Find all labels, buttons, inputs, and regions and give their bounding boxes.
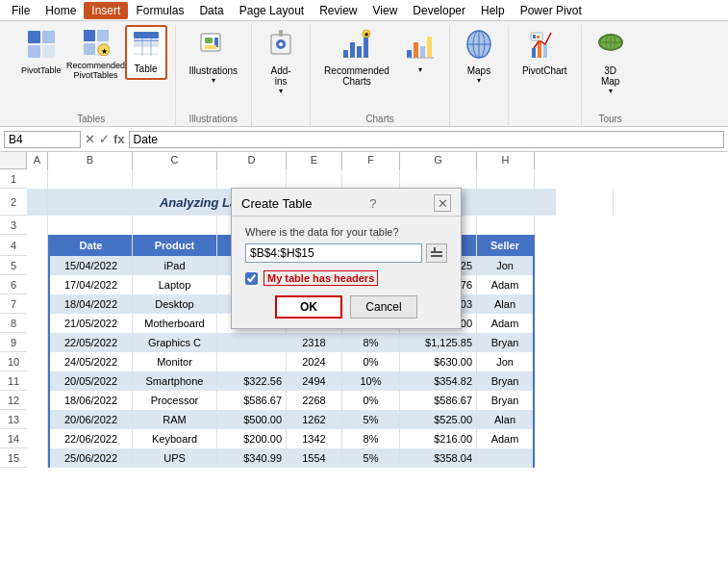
cell-row11-col5[interactable]: $354.82 — [400, 371, 477, 391]
cell-a15[interactable] — [27, 448, 48, 468]
cell-row13-col2[interactable]: $500.00 — [217, 410, 287, 429]
cell-h2[interactable] — [556, 189, 614, 216]
cell-a7[interactable] — [27, 294, 48, 314]
cell-row15-col5[interactable]: $358.04 — [400, 448, 477, 468]
cell-row14-col2[interactable]: $200.00 — [217, 429, 287, 448]
cell-a13[interactable] — [27, 410, 48, 429]
cell-row9-col6[interactable]: Bryan — [477, 333, 535, 352]
menu-page-layout[interactable]: Page Layout — [232, 2, 312, 19]
menu-view[interactable]: View — [365, 2, 406, 19]
cell-a9[interactable] — [27, 333, 48, 352]
cell-row11-col3[interactable]: 2494 — [287, 371, 342, 391]
cell-row9-col5[interactable]: $1,125.85 — [400, 333, 477, 352]
addins-button[interactable]: Add-ins ▾ — [260, 25, 302, 99]
dialog-close-button[interactable]: ✕ — [434, 194, 451, 212]
cell-h4-seller[interactable]: Seller — [477, 235, 535, 256]
confirm-formula-icon[interactable]: ✓ — [99, 132, 110, 146]
cell-a14[interactable] — [27, 429, 48, 448]
maps-button[interactable]: Maps ▾ — [458, 25, 500, 89]
recommended-pivot-button[interactable]: ★ RecommendedPivotTables — [71, 25, 121, 85]
cell-row13-col4[interactable]: 5% — [342, 410, 400, 429]
cell-row12-col5[interactable]: $586.67 — [400, 391, 477, 410]
cell-row14-col3[interactable]: 1342 — [287, 429, 342, 448]
cell-a4[interactable] — [27, 235, 48, 256]
cell-row8-col1[interactable]: Motherboard — [133, 314, 217, 333]
cell-row8-col0[interactable]: 21/05/2022 — [48, 314, 133, 333]
menu-power-pivot[interactable]: Power Pivot — [513, 2, 590, 19]
cell-b1[interactable] — [48, 169, 133, 189]
cell-row15-col3[interactable]: 1554 — [287, 448, 342, 468]
cell-row14-col6[interactable]: Adam — [477, 429, 535, 448]
menu-data[interactable]: Data — [191, 2, 231, 19]
cell-row12-col6[interactable]: Bryan — [477, 391, 535, 410]
cell-g2[interactable] — [479, 189, 556, 216]
pivotchart-button[interactable]: PivotChart — [516, 25, 573, 80]
cell-row10-col2[interactable] — [217, 352, 287, 371]
cell-row9-col2[interactable] — [217, 333, 287, 352]
cell-row5-col6[interactable]: Jon — [477, 256, 535, 275]
cell-row10-col3[interactable]: 2024 — [287, 352, 342, 371]
cell-row14-col5[interactable]: $216.00 — [400, 429, 477, 448]
dialog-ok-button[interactable]: OK — [275, 295, 342, 319]
cell-row9-col3[interactable]: 2318 — [287, 333, 342, 352]
cell-d1[interactable] — [217, 169, 287, 189]
cell-row6-col1[interactable]: Laptop — [133, 275, 217, 294]
cell-row11-col1[interactable]: Smartphone — [133, 371, 217, 391]
cell-a1[interactable] — [27, 169, 48, 189]
cell-row10-col5[interactable]: $630.00 — [400, 352, 477, 371]
cell-b4-date[interactable]: Date — [48, 235, 133, 256]
cell-c3[interactable] — [133, 216, 217, 235]
cell-row10-col4[interactable]: 0% — [342, 352, 400, 371]
menu-formulas[interactable]: Formulas — [128, 2, 191, 19]
cell-a8[interactable] — [27, 314, 48, 333]
cell-row15-col1[interactable]: UPS — [133, 448, 217, 468]
cell-row6-col0[interactable]: 17/04/2022 — [48, 275, 133, 294]
name-box[interactable] — [4, 131, 81, 148]
cell-row13-col0[interactable]: 20/06/2022 — [48, 410, 133, 429]
cell-row14-col4[interactable]: 8% — [342, 429, 400, 448]
dialog-range-input[interactable] — [245, 243, 422, 263]
cell-row10-col1[interactable]: Monitor — [133, 352, 217, 371]
menu-developer[interactable]: Developer — [405, 2, 473, 19]
3dmap-button[interactable]: 3DMap ▾ — [590, 25, 632, 99]
cell-row15-col4[interactable]: 5% — [342, 448, 400, 468]
has-headers-checkbox[interactable] — [245, 272, 258, 285]
cell-a11[interactable] — [27, 371, 48, 391]
dialog-collapse-button[interactable] — [426, 243, 447, 263]
cell-row14-col1[interactable]: Keyboard — [133, 429, 217, 448]
menu-file[interactable]: File — [4, 2, 38, 19]
cell-row11-col4[interactable]: 10% — [342, 371, 400, 391]
cell-row12-col3[interactable]: 2268 — [287, 391, 342, 410]
menu-home[interactable]: Home — [38, 2, 84, 19]
cell-a2[interactable] — [27, 189, 48, 216]
cell-row9-col1[interactable]: Graphics C — [133, 333, 217, 352]
cell-c1[interactable] — [133, 169, 217, 189]
cell-b3[interactable] — [48, 216, 133, 235]
cancel-formula-icon[interactable]: ✕ — [85, 132, 95, 146]
menu-insert[interactable]: Insert — [84, 2, 128, 19]
cell-row7-col1[interactable]: Desktop — [133, 294, 217, 314]
illustrations-button[interactable]: Illustrations ▾ — [184, 25, 244, 89]
cell-row7-col6[interactable]: Alan — [477, 294, 535, 314]
cell-e1[interactable] — [287, 169, 342, 189]
cell-a5[interactable] — [27, 256, 48, 275]
cell-row12-col0[interactable]: 18/06/2022 — [48, 391, 133, 410]
cell-row10-col0[interactable]: 24/05/2022 — [48, 352, 133, 371]
cell-row11-col0[interactable]: 20/05/2022 — [48, 371, 133, 391]
cell-row7-col0[interactable]: 18/04/2022 — [48, 294, 133, 314]
cell-a3[interactable] — [27, 216, 48, 235]
cell-row6-col6[interactable]: Adam — [477, 275, 535, 294]
cell-row11-col6[interactable]: Bryan — [477, 371, 535, 391]
table-button[interactable]: Table — [125, 25, 167, 80]
cell-a12[interactable] — [27, 391, 48, 410]
menu-review[interactable]: Review — [312, 2, 364, 19]
cell-row10-col6[interactable]: Jon — [477, 352, 535, 371]
cell-row15-col0[interactable]: 25/06/2022 — [48, 448, 133, 468]
dialog-cancel-button[interactable]: Cancel — [350, 295, 417, 319]
cell-row9-col0[interactable]: 22/05/2022 — [48, 333, 133, 352]
cell-row12-col2[interactable]: $586.67 — [217, 391, 287, 410]
charts-button[interactable]: ▾ — [399, 25, 441, 78]
cell-row5-col1[interactable]: iPad — [133, 256, 217, 275]
cell-row13-col6[interactable]: Alan — [477, 410, 535, 429]
cell-g1[interactable] — [400, 169, 477, 189]
